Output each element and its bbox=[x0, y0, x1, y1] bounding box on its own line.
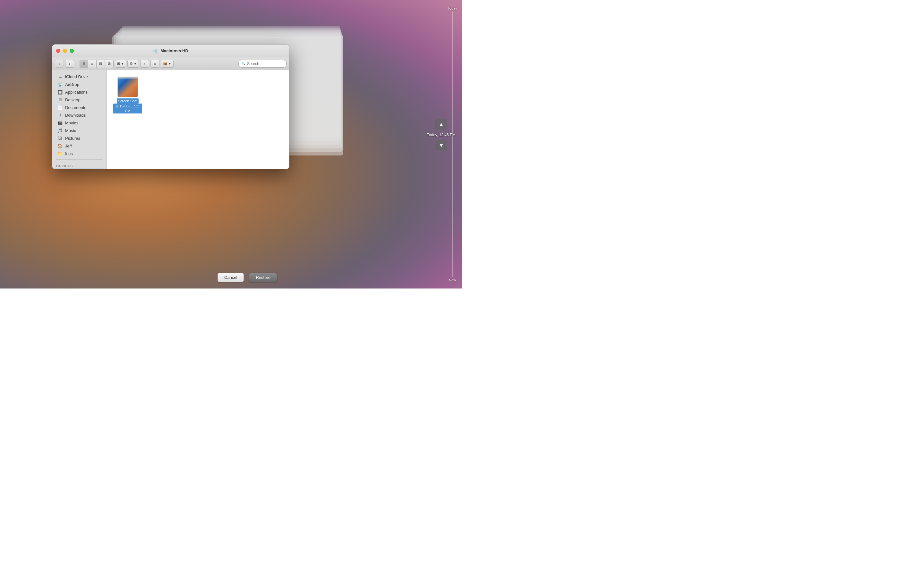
back-button[interactable]: ‹ bbox=[55, 60, 64, 68]
list-view-button[interactable]: ≡ bbox=[88, 60, 97, 68]
notification-widget: ▲ Today, 12:46 PM ▼ bbox=[427, 119, 456, 151]
sidebar-item-documents[interactable]: 📄 Documents bbox=[53, 103, 105, 111]
search-box[interactable]: 🔍 bbox=[238, 60, 286, 68]
toolbar-separator-1 bbox=[77, 61, 77, 67]
dropbox-dropdown[interactable]: 📦 ▼ bbox=[161, 60, 174, 68]
timeline-top-label: Today bbox=[447, 6, 457, 10]
gear-icon: ⚙ bbox=[129, 61, 133, 66]
finder-window: 💿 Macintosh HD ‹ › ⊞ ≡ ⊟ ⊠ ⊞ ▼ ⚙ ▼ ↑ ⊕ 📦… bbox=[52, 44, 289, 169]
downloads-icon: ⬇ bbox=[57, 113, 63, 118]
search-icon: 🔍 bbox=[241, 61, 246, 66]
file-thumbnail bbox=[118, 77, 138, 97]
sidebar-label-documents: Documents bbox=[65, 105, 86, 110]
pictures-icon: 🖼 bbox=[57, 135, 63, 141]
hd-icon: 💿 bbox=[153, 48, 158, 53]
maximize-button[interactable] bbox=[69, 49, 74, 53]
file-label-line1: Screen Shot bbox=[117, 98, 139, 103]
sidebar-item-pictures[interactable]: 🖼 Pictures bbox=[53, 134, 105, 142]
sidebar: ☁ iCloud Drive 📡 AirDrop 🔲 Applications … bbox=[52, 70, 107, 169]
devices-section-header: Devices bbox=[52, 161, 107, 169]
bottom-panel: Cancel Restore bbox=[52, 266, 443, 288]
arrange-chevron: ▼ bbox=[121, 62, 124, 65]
sidebar-item-music[interactable]: 🎵 Music bbox=[53, 127, 105, 134]
sidebar-item-airdrop[interactable]: 📡 AirDrop bbox=[53, 81, 105, 88]
forward-button[interactable]: › bbox=[65, 60, 74, 68]
cancel-button[interactable]: Cancel bbox=[218, 273, 244, 282]
sidebar-label-icloud: iCloud Drive bbox=[65, 74, 88, 79]
toolbar: ‹ › ⊞ ≡ ⊟ ⊠ ⊞ ▼ ⚙ ▼ ↑ ⊕ 📦 ▼ 🔍 bbox=[52, 57, 289, 70]
icon-view-button[interactable]: ⊞ bbox=[80, 60, 88, 68]
sidebar-item-applications[interactable]: 🔲 Applications bbox=[53, 88, 105, 96]
music-icon: 🎵 bbox=[57, 128, 63, 133]
arrange-dropdown[interactable]: ⊞ ▼ bbox=[115, 60, 126, 68]
file-area: Screen Shot 2015-06-…7.11 PM bbox=[107, 70, 289, 169]
search-input[interactable] bbox=[247, 61, 284, 66]
sidebar-label-pictures: Pictures bbox=[65, 136, 80, 141]
documents-icon: 📄 bbox=[57, 105, 63, 110]
airdrop-icon: 📡 bbox=[57, 82, 63, 87]
window-title: 💿 Macintosh HD bbox=[153, 48, 188, 53]
sidebar-label-applications: Applications bbox=[65, 90, 87, 95]
sidebar-item-icloud-drive[interactable]: ☁ iCloud Drive bbox=[53, 73, 105, 81]
close-button[interactable] bbox=[56, 49, 60, 53]
restore-button[interactable]: Restore bbox=[249, 273, 277, 282]
applications-icon: 🔲 bbox=[57, 89, 63, 95]
content-area: ☁ iCloud Drive 📡 AirDrop 🔲 Applications … bbox=[52, 70, 289, 169]
minimize-button[interactable] bbox=[63, 49, 67, 53]
up-arrow-icon: ▲ bbox=[439, 121, 444, 127]
sidebar-label-music: Music bbox=[65, 128, 76, 133]
desktop-icon: 🖥 bbox=[57, 97, 63, 102]
sidebar-divider bbox=[56, 159, 103, 160]
sidebar-label-jeff: Jeff bbox=[65, 143, 72, 148]
notification-time: Today, 12:46 PM bbox=[427, 133, 456, 137]
dropbox-icon: 📦 bbox=[163, 61, 168, 66]
link-button[interactable]: ⊕ bbox=[150, 60, 160, 68]
jeff-icon: 🏠 bbox=[57, 143, 63, 148]
timeline-bottom-label: Now bbox=[449, 278, 456, 282]
share-button[interactable]: ↑ bbox=[140, 60, 149, 68]
sidebar-label-itios: Itios bbox=[65, 151, 73, 156]
sidebar-label-movies: Movies bbox=[65, 121, 78, 125]
scroll-up-button[interactable]: ▲ bbox=[435, 119, 447, 130]
arrange-icon: ⊞ bbox=[117, 61, 120, 66]
cover-flow-button[interactable]: ⊠ bbox=[105, 60, 113, 68]
file-item-screenshot[interactable]: Screen Shot 2015-06-…7.11 PM bbox=[113, 77, 142, 113]
movies-icon: 🎬 bbox=[57, 120, 63, 125]
sidebar-label-airdrop: AirDrop bbox=[65, 82, 79, 87]
scroll-down-button[interactable]: ▼ bbox=[435, 140, 447, 151]
down-arrow-icon: ▼ bbox=[439, 143, 444, 148]
sidebar-item-jeff[interactable]: 🏠 Jeff bbox=[53, 142, 105, 150]
itios-icon: 📁 bbox=[57, 151, 63, 156]
action-chevron: ▼ bbox=[134, 62, 137, 65]
sidebar-label-downloads: Downloads bbox=[65, 113, 86, 118]
action-dropdown[interactable]: ⚙ ▼ bbox=[128, 60, 139, 68]
dropbox-chevron: ▼ bbox=[168, 62, 171, 65]
sidebar-item-macintosh-hd[interactable]: 💿 Macintosh HD bbox=[53, 169, 105, 169]
sidebar-item-movies[interactable]: 🎬 Movies bbox=[53, 119, 105, 127]
sidebar-label-desktop: Desktop bbox=[65, 97, 81, 102]
sidebar-item-itios[interactable]: 📁 Itios bbox=[53, 150, 105, 157]
view-group: ⊞ ≡ ⊟ ⊠ bbox=[79, 60, 113, 68]
traffic-lights bbox=[56, 49, 74, 53]
file-label-line2: 2015-06-…7.11 PM bbox=[113, 103, 142, 113]
sidebar-item-desktop[interactable]: 🖥 Desktop bbox=[53, 96, 105, 103]
sidebar-item-downloads[interactable]: ⬇ Downloads bbox=[53, 111, 105, 119]
titlebar: 💿 Macintosh HD bbox=[52, 45, 289, 57]
column-view-button[interactable]: ⊟ bbox=[97, 60, 105, 68]
icloud-icon: ☁ bbox=[57, 74, 63, 79]
